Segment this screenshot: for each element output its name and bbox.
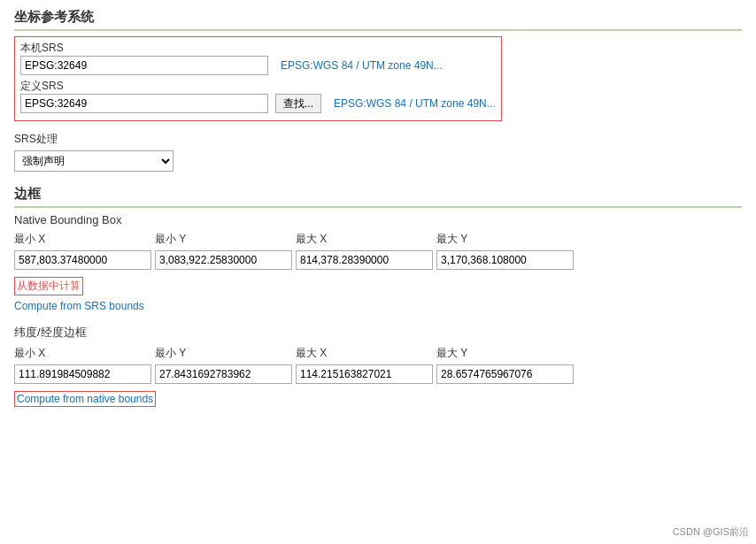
native-bbox-title: Native Bounding Box bbox=[14, 213, 742, 226]
latlon-input-minx[interactable] bbox=[14, 364, 151, 384]
latlon-input-maxx[interactable] bbox=[296, 364, 433, 384]
native-input-minx[interactable] bbox=[14, 250, 151, 270]
latlon-col-maxy: 最大 Y bbox=[436, 346, 574, 384]
defined-srs-link[interactable]: EPSG:WGS 84 / UTM zone 49N... bbox=[334, 97, 496, 110]
native-srs-row: EPSG:WGS 84 / UTM zone 49N... bbox=[20, 56, 496, 75]
srs-processing-label: SRS处理 bbox=[14, 132, 742, 147]
latlon-input-miny[interactable] bbox=[155, 364, 292, 384]
native-srs-label: 本机SRS bbox=[20, 41, 496, 56]
native-col-maxx: 最大 X bbox=[296, 232, 433, 270]
latlon-header-miny: 最小 Y bbox=[155, 346, 292, 363]
defined-srs-label: 定义SRS bbox=[20, 79, 496, 94]
bbox-section-title: 边框 bbox=[14, 186, 742, 208]
native-header-miny: 最小 Y bbox=[155, 232, 292, 249]
native-srs-link[interactable]: EPSG:WGS 84 / UTM zone 49N... bbox=[281, 59, 443, 72]
native-header-maxy: 最大 Y bbox=[436, 232, 574, 249]
latlon-header-minx: 最小 X bbox=[14, 346, 151, 363]
calc-from-data-wrapper: 从数据中计算 bbox=[14, 273, 742, 297]
srs-section-title: 坐标参考系统 bbox=[14, 9, 742, 31]
latlon-input-maxy[interactable] bbox=[436, 364, 574, 384]
defined-srs-input[interactable] bbox=[20, 94, 268, 113]
latlon-header-maxy: 最大 Y bbox=[436, 346, 574, 363]
native-header-maxx: 最大 X bbox=[296, 232, 433, 249]
native-col-miny: 最小 Y bbox=[155, 232, 292, 270]
srs-processing-select-row: 强制声明 重新投影 禁用 bbox=[14, 150, 742, 172]
latlon-bbox-title: 纬度/经度边框 bbox=[14, 325, 742, 341]
native-input-miny[interactable] bbox=[155, 250, 292, 270]
latlon-col-minx: 最小 X bbox=[14, 346, 151, 384]
native-col-minx: 最小 X bbox=[14, 232, 151, 270]
native-header-minx: 最小 X bbox=[14, 232, 151, 249]
latlon-col-miny: 最小 Y bbox=[155, 346, 292, 384]
native-col-maxy: 最大 Y bbox=[436, 232, 574, 270]
compute-from-native-wrapper: Compute from native bounds bbox=[14, 387, 742, 407]
calc-from-data-link[interactable]: 从数据中计算 bbox=[14, 277, 83, 295]
compute-from-srs-wrapper: Compute from SRS bounds bbox=[14, 299, 742, 318]
srs-group-box: 本机SRS EPSG:WGS 84 / UTM zone 49N... 定义SR… bbox=[14, 36, 502, 121]
srs-processing-select[interactable]: 强制声明 重新投影 禁用 bbox=[14, 150, 174, 172]
latlon-bbox-row: 最小 X 最小 Y 最大 X 最大 Y bbox=[14, 346, 742, 384]
latlon-col-maxx: 最大 X bbox=[296, 346, 433, 384]
native-srs-input[interactable] bbox=[20, 56, 268, 75]
srs-section: 坐标参考系统 本机SRS EPSG:WGS 84 / UTM zone 49N.… bbox=[14, 9, 742, 172]
defined-srs-row: 查找... EPSG:WGS 84 / UTM zone 49N... bbox=[20, 94, 496, 113]
compute-from-native-link[interactable]: Compute from native bounds bbox=[14, 391, 156, 407]
native-input-maxy[interactable] bbox=[436, 250, 574, 270]
native-input-maxx[interactable] bbox=[296, 250, 433, 270]
srs-processing-section: SRS处理 强制声明 重新投影 禁用 bbox=[14, 132, 742, 172]
bbox-section: 边框 Native Bounding Box 最小 X 最小 Y 最大 X 最大… bbox=[14, 186, 742, 407]
compute-from-srs-link[interactable]: Compute from SRS bounds bbox=[14, 300, 144, 312]
latlon-header-maxx: 最大 X bbox=[296, 346, 433, 363]
native-bbox-headers: 最小 X 最小 Y 最大 X 最大 Y bbox=[14, 232, 742, 270]
find-button[interactable]: 查找... bbox=[275, 94, 321, 113]
